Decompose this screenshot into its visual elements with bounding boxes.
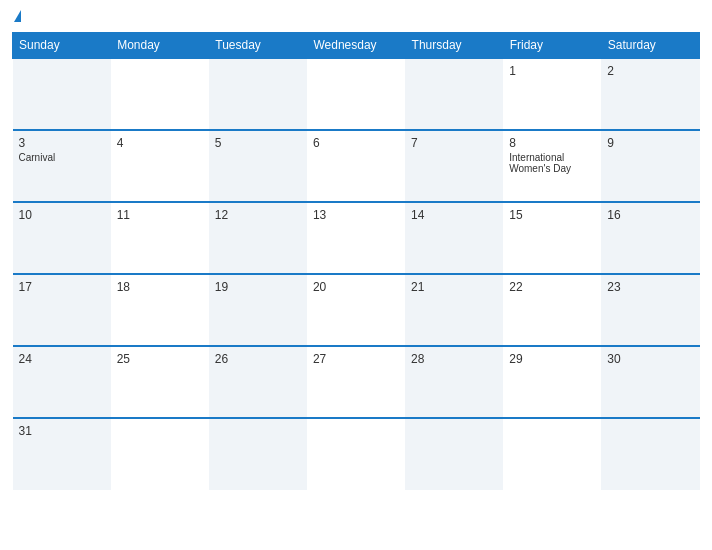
calendar-cell: 2 (601, 58, 699, 130)
calendar-cell: 25 (111, 346, 209, 418)
day-number: 28 (411, 352, 497, 366)
calendar-week-4: 24252627282930 (13, 346, 700, 418)
calendar-cell: 27 (307, 346, 405, 418)
day-number: 21 (411, 280, 497, 294)
day-number: 24 (19, 352, 105, 366)
calendar-cell: 9 (601, 130, 699, 202)
calendar-cell (307, 418, 405, 490)
day-number: 27 (313, 352, 399, 366)
day-number: 2 (607, 64, 693, 78)
calendar-cell: 19 (209, 274, 307, 346)
calendar-week-2: 10111213141516 (13, 202, 700, 274)
calendar-cell: 23 (601, 274, 699, 346)
calendar-cell: 31 (13, 418, 111, 490)
event-label: Carnival (19, 152, 105, 163)
day-number: 16 (607, 208, 693, 222)
calendar-week-1: 3Carnival45678International Women's Day9 (13, 130, 700, 202)
col-header-tuesday: Tuesday (209, 33, 307, 59)
day-number: 5 (215, 136, 301, 150)
day-number: 10 (19, 208, 105, 222)
calendar-week-0: 12 (13, 58, 700, 130)
day-number: 30 (607, 352, 693, 366)
day-number: 15 (509, 208, 595, 222)
calendar-cell: 13 (307, 202, 405, 274)
day-number: 11 (117, 208, 203, 222)
calendar-cell: 28 (405, 346, 503, 418)
calendar-cell: 29 (503, 346, 601, 418)
calendar-cell: 5 (209, 130, 307, 202)
col-header-friday: Friday (503, 33, 601, 59)
calendar-cell: 4 (111, 130, 209, 202)
day-number: 3 (19, 136, 105, 150)
calendar-week-5: 31 (13, 418, 700, 490)
calendar-cell: 10 (13, 202, 111, 274)
calendar-cell: 1 (503, 58, 601, 130)
day-number: 25 (117, 352, 203, 366)
calendar-header-row: SundayMondayTuesdayWednesdayThursdayFrid… (13, 33, 700, 59)
col-header-thursday: Thursday (405, 33, 503, 59)
header (12, 10, 700, 24)
calendar-cell: 22 (503, 274, 601, 346)
calendar-cell: 8International Women's Day (503, 130, 601, 202)
logo-line-top (12, 10, 21, 24)
day-number: 13 (313, 208, 399, 222)
logo-triangle-icon (14, 10, 21, 22)
day-number: 1 (509, 64, 595, 78)
day-number: 23 (607, 280, 693, 294)
day-number: 29 (509, 352, 595, 366)
calendar-cell: 16 (601, 202, 699, 274)
calendar-cell (209, 418, 307, 490)
calendar-cell: 7 (405, 130, 503, 202)
calendar-cell: 24 (13, 346, 111, 418)
calendar-cell (13, 58, 111, 130)
calendar-cell: 21 (405, 274, 503, 346)
calendar-cell: 18 (111, 274, 209, 346)
col-header-saturday: Saturday (601, 33, 699, 59)
calendar-cell: 3Carnival (13, 130, 111, 202)
day-number: 17 (19, 280, 105, 294)
day-number: 14 (411, 208, 497, 222)
calendar-cell: 6 (307, 130, 405, 202)
calendar-cell (601, 418, 699, 490)
col-header-sunday: Sunday (13, 33, 111, 59)
calendar-cell (405, 58, 503, 130)
day-number: 20 (313, 280, 399, 294)
calendar-cell: 30 (601, 346, 699, 418)
calendar-cell: 15 (503, 202, 601, 274)
day-number: 8 (509, 136, 595, 150)
calendar-cell (503, 418, 601, 490)
col-header-wednesday: Wednesday (307, 33, 405, 59)
calendar-cell (405, 418, 503, 490)
event-label: International Women's Day (509, 152, 595, 174)
calendar-cell (111, 58, 209, 130)
day-number: 4 (117, 136, 203, 150)
col-header-monday: Monday (111, 33, 209, 59)
calendar-cell: 17 (13, 274, 111, 346)
day-number: 7 (411, 136, 497, 150)
calendar-cell (307, 58, 405, 130)
day-number: 22 (509, 280, 595, 294)
calendar-cell: 26 (209, 346, 307, 418)
calendar-cell (111, 418, 209, 490)
calendar-cell: 14 (405, 202, 503, 274)
calendar-cell (209, 58, 307, 130)
day-number: 31 (19, 424, 105, 438)
day-number: 19 (215, 280, 301, 294)
day-number: 9 (607, 136, 693, 150)
logo (12, 10, 21, 24)
day-number: 12 (215, 208, 301, 222)
calendar-cell: 20 (307, 274, 405, 346)
calendar-cell: 11 (111, 202, 209, 274)
calendar-table: SundayMondayTuesdayWednesdayThursdayFrid… (12, 32, 700, 490)
day-number: 18 (117, 280, 203, 294)
calendar-page: SundayMondayTuesdayWednesdayThursdayFrid… (0, 0, 712, 550)
day-number: 26 (215, 352, 301, 366)
calendar-week-3: 17181920212223 (13, 274, 700, 346)
calendar-cell: 12 (209, 202, 307, 274)
day-number: 6 (313, 136, 399, 150)
